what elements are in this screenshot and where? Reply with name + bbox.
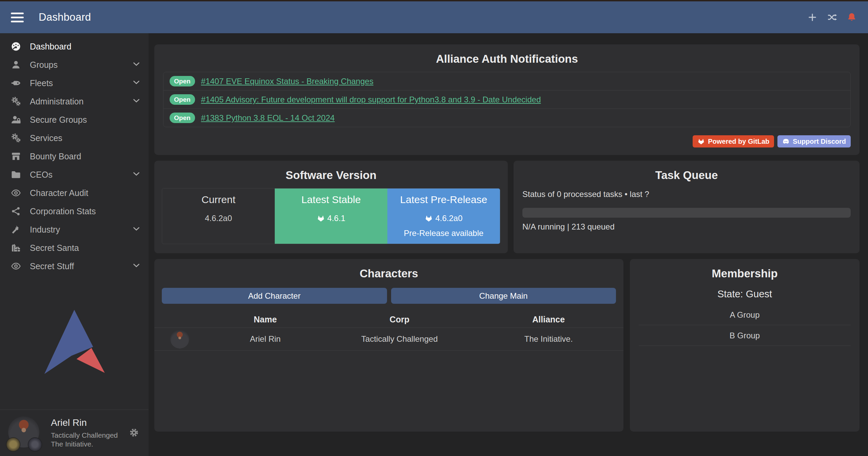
sidebar-item-services[interactable]: Services: [0, 129, 149, 147]
gifts-icon: [9, 243, 23, 253]
folder-icon: [9, 170, 23, 180]
status-badge: Open: [170, 113, 195, 123]
notification-item: Open #1405 Advisory: Future development …: [163, 91, 850, 109]
table-row: Ariel Rin Tactically Challenged The Init…: [154, 328, 623, 351]
page-title: Dashboard: [39, 11, 91, 23]
notifications-list: Open #1407 EVE Equinox Status - Breaking…: [163, 72, 851, 127]
sidebar-item-secret-santa[interactable]: Secret Santa: [0, 239, 149, 257]
chevron-down-icon: [132, 261, 140, 271]
eye-icon: [9, 261, 23, 271]
character-corp: Tactically Challenged: [325, 334, 474, 344]
list-item: A Group: [639, 304, 851, 325]
column-header-name: Name: [205, 315, 325, 324]
user-lock-icon: [9, 115, 23, 125]
alliance-logo-badge: [28, 437, 42, 452]
task-queue-status: Status of 0 processed tasks • last ?: [522, 190, 851, 199]
user-icon: [9, 60, 23, 70]
sidebar-item-secure-groups[interactable]: Secure Groups: [0, 111, 149, 129]
discord-icon: [782, 138, 790, 145]
notifications-panel: Alliance Auth Notifications Open #1407 E…: [154, 44, 860, 155]
characters-panel: Characters Add Character Change Main Nam…: [154, 259, 623, 432]
plus-icon[interactable]: [807, 12, 818, 23]
gears-icon: [9, 96, 23, 106]
gears-icon: [9, 133, 23, 143]
top-navbar: Dashboard: [0, 0, 868, 33]
version-cell-latest-stable: Latest Stable 4.6.1: [275, 189, 387, 244]
sidebar-item-groups[interactable]: Groups: [0, 56, 149, 74]
list-item: B Group: [639, 325, 851, 346]
user-name: Ariel Rin: [51, 417, 118, 428]
user-panel: Ariel Rin Tactically Challenged The Init…: [0, 410, 149, 456]
alliance-auth-app: Dashboard Dashboard Groups: [0, 0, 868, 456]
hamburger-menu-icon[interactable]: [11, 13, 24, 22]
gauge-icon: [9, 41, 23, 52]
characters-table-header: Name Corp Alliance: [154, 311, 623, 328]
task-queue-counts: N/A running | 213 queued: [522, 222, 851, 232]
character-portrait: [170, 330, 189, 349]
user-avatar: [8, 414, 43, 452]
status-badge: Open: [170, 76, 195, 86]
software-version-title: Software Version: [154, 170, 508, 181]
notifications-title: Alliance Auth Notifications: [154, 53, 860, 64]
main-content: Alliance Auth Notifications Open #1407 E…: [149, 33, 868, 456]
corp-logo-badge: [6, 437, 20, 452]
alliance-auth-logo: [0, 275, 149, 410]
gitlab-icon: [425, 214, 433, 222]
notification-link[interactable]: #1405 Advisory: Future development will …: [201, 95, 541, 104]
hammer-icon: [9, 224, 23, 235]
user-info: Ariel Rin Tactically Challenged The Init…: [51, 417, 118, 449]
settings-gear-icon[interactable]: [129, 428, 139, 439]
sidebar-item-bounty-board[interactable]: Bounty Board: [0, 147, 149, 165]
notification-link[interactable]: #1383 Python 3.8 EOL - 14 Oct 2024: [201, 113, 335, 123]
notification-link[interactable]: #1407 EVE Equinox Status - Breaking Chan…: [201, 77, 373, 86]
support-discord-badge[interactable]: Support Discord: [777, 135, 851, 147]
dropship-icon: [9, 78, 23, 88]
shuffle-icon[interactable]: [827, 12, 837, 23]
task-queue-title: Task Queue: [514, 170, 860, 181]
version-cell-latest-prerelease: Latest Pre-Release 4.6.2a0 Pre-Release a…: [387, 189, 500, 244]
sidebar-item-ceos[interactable]: CEOs: [0, 165, 149, 184]
sidebar-item-dashboard[interactable]: Dashboard: [0, 37, 149, 56]
storefront-icon: [9, 151, 23, 161]
sidebar-item-corporation-stats[interactable]: Corporation Stats: [0, 202, 149, 220]
bell-icon[interactable]: [846, 12, 857, 23]
version-cell-current: Current 4.6.2a0: [162, 189, 275, 244]
column-header-corp: Corp: [325, 315, 474, 324]
add-character-button[interactable]: Add Character: [162, 288, 387, 304]
change-main-button[interactable]: Change Main: [391, 288, 616, 304]
notifications-footer: Powered by GitLab Support Discord: [163, 135, 851, 147]
sidebar-item-industry[interactable]: Industry: [0, 220, 149, 239]
software-version-table: Current 4.6.2a0 Latest Stable 4.6.1 Late…: [162, 188, 500, 244]
gitlab-icon: [317, 214, 325, 222]
user-corp: Tactically Challenged: [51, 431, 118, 440]
membership-groups-list: A Group B Group: [639, 304, 851, 346]
character-alliance: The Initiative.: [474, 334, 623, 344]
task-queue-panel: Task Queue Status of 0 processed tasks •…: [514, 161, 860, 253]
gitlab-icon: [697, 138, 705, 145]
chevron-down-icon: [132, 225, 140, 234]
sidebar-item-character-audit[interactable]: Character Audit: [0, 184, 149, 202]
chevron-down-icon: [132, 97, 140, 106]
chevron-down-icon: [132, 78, 140, 88]
task-queue-progress-bar: [522, 208, 851, 218]
characters-table: Name Corp Alliance Ariel Rin Tactically …: [154, 311, 623, 351]
navbar-actions: [807, 12, 857, 23]
sidebar-item-secret-stuff[interactable]: Secret Stuff: [0, 257, 149, 275]
software-version-panel: Software Version Current 4.6.2a0 Latest …: [154, 161, 508, 253]
membership-panel: Membership State: Guest A Group B Group: [630, 259, 860, 432]
membership-title: Membership: [630, 268, 860, 279]
status-badge: Open: [170, 94, 195, 105]
sidebar: Dashboard Groups Fleets Administration: [0, 33, 149, 456]
characters-title: Characters: [154, 268, 623, 279]
notification-item: Open #1383 Python 3.8 EOL - 14 Oct 2024: [163, 109, 850, 127]
chevron-down-icon: [132, 60, 140, 70]
membership-state: State: Guest: [630, 289, 860, 300]
notification-item: Open #1407 EVE Equinox Status - Breaking…: [163, 72, 850, 91]
chevron-down-icon: [132, 170, 140, 179]
eye-icon: [9, 188, 23, 198]
sidebar-item-administration[interactable]: Administration: [0, 92, 149, 111]
powered-by-gitlab-badge[interactable]: Powered by GitLab: [693, 135, 774, 147]
sidebar-item-fleets[interactable]: Fleets: [0, 74, 149, 92]
share-nodes-icon: [9, 206, 23, 216]
character-name: Ariel Rin: [205, 334, 325, 344]
